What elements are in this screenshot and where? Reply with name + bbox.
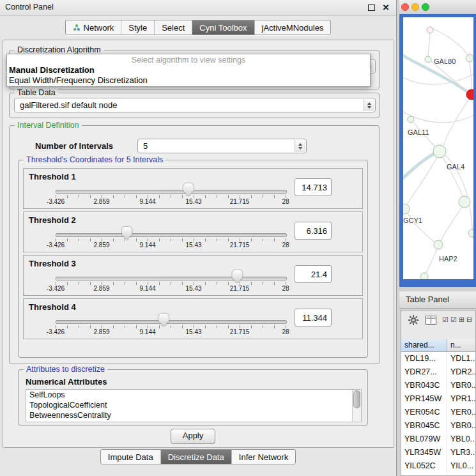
cell[interactable]: YBR0... — [447, 419, 476, 433]
network-edge[interactable] — [403, 154, 434, 181]
threshold-value-field[interactable]: 6.316 — [295, 222, 332, 240]
window-title: Control Panel — [5, 3, 54, 12]
checkbox-checked-icon[interactable]: ☑ — [442, 316, 449, 324]
cell[interactable]: YIL0... — [447, 459, 476, 473]
apply-button[interactable]: Apply — [171, 429, 215, 444]
network-edge[interactable] — [431, 61, 467, 92]
threshold-value-field[interactable]: 14.713 — [295, 178, 332, 196]
cell[interactable]: YER0... — [447, 406, 476, 419]
table-row[interactable]: YIL052CYIL0... — [401, 459, 476, 473]
list-item[interactable]: TopologicalCoefficient — [26, 400, 361, 410]
cell[interactable]: YLR3... — [447, 446, 476, 459]
cell[interactable]: YBR045C — [401, 419, 447, 433]
cell[interactable]: YPR145W — [401, 392, 447, 406]
network-edge[interactable] — [407, 157, 437, 204]
slider-thumb[interactable] — [183, 183, 194, 196]
table-columns-icon[interactable] — [426, 316, 436, 325]
cell[interactable]: YLR345W — [401, 446, 447, 459]
cell[interactable]: YIL052C — [401, 459, 447, 473]
selected-red-node[interactable] — [466, 89, 473, 100]
table-header-row: shared... n... — [401, 339, 476, 352]
network-tab-icon — [73, 24, 81, 31]
table-row[interactable]: YBR045CYBR0... — [401, 419, 476, 433]
algorithm-option-equal-width[interactable]: Equal Width/Frequency Discretization — [7, 75, 370, 86]
list-scrollbar[interactable] — [352, 390, 361, 422]
threshold-label: Threshold 4 — [29, 302, 76, 312]
table-data-group-title: Table Data — [15, 88, 58, 97]
cell[interactable]: YBL079W — [401, 433, 447, 446]
tick-label: 28 — [282, 242, 289, 249]
table-row[interactable]: YPR145WYPR1... — [401, 392, 476, 406]
gene-node[interactable] — [468, 229, 473, 237]
tick-label: 2.859 — [93, 285, 109, 292]
gene-node[interactable] — [408, 116, 414, 123]
network-edge[interactable] — [441, 207, 462, 241]
cell[interactable]: YBR0... — [447, 379, 476, 392]
gene-node[interactable] — [433, 145, 446, 158]
tab-infer-network[interactable]: Infer Network — [231, 450, 295, 464]
list-item[interactable]: BetweennessCentrality — [26, 410, 361, 420]
gene-node[interactable] — [425, 56, 431, 63]
threshold-slider[interactable] — [56, 277, 287, 280]
table-row[interactable]: YBR043CYBR0... — [401, 379, 476, 392]
tab-discretize-data[interactable]: Discretize Data — [160, 450, 231, 464]
tab-select[interactable]: Select — [154, 20, 192, 35]
gene-node[interactable] — [403, 204, 410, 214]
gene-node[interactable] — [459, 196, 470, 208]
slider-thumb[interactable] — [158, 314, 169, 326]
cell[interactable]: YBL0... — [447, 433, 476, 446]
cell[interactable]: YBR043C — [401, 379, 447, 392]
slider-thumb[interactable] — [232, 270, 242, 283]
cell[interactable]: YER054C — [401, 406, 447, 419]
threshold-slider[interactable] — [56, 190, 287, 194]
cell[interactable]: YDR27... — [401, 365, 447, 379]
mac-close-button[interactable] — [401, 3, 409, 11]
algorithm-option-manual[interactable]: Manual Discretization — [7, 65, 370, 75]
gene-node[interactable] — [466, 54, 473, 62]
gear-icon[interactable] — [408, 314, 419, 326]
threshold-slider[interactable] — [56, 233, 287, 237]
threshold-value-field[interactable]: 11.344 — [295, 309, 332, 326]
table-row[interactable]: YLR345WYLR3... — [401, 446, 476, 459]
cell[interactable]: YDL1... — [447, 352, 476, 365]
gene-node[interactable] — [420, 273, 428, 279]
table-data-combo[interactable]: galFiltered.sif default node — [14, 98, 376, 112]
gene-node[interactable] — [427, 27, 433, 33]
network-edge[interactable] — [428, 33, 430, 56]
table-row[interactable]: YER054CYER0... — [401, 406, 476, 419]
table-row[interactable]: YDR27...YDR2... — [401, 365, 476, 379]
column-header-shared-name[interactable]: shared... — [401, 339, 447, 351]
threshold-panel: Threshold 4 -3.426 2.859 9.144 15.43 21.… — [23, 298, 363, 339]
checkbox-checked-icon[interactable]: ☑ — [450, 316, 457, 324]
close-window-icon[interactable]: × — [383, 1, 389, 15]
threshold-value-field[interactable]: 21.4 — [295, 265, 332, 283]
remove-column-icon[interactable]: ⊟ — [466, 316, 472, 324]
tab-jactivemnodules[interactable]: jActiveMNodules — [254, 20, 331, 35]
gene-node[interactable] — [434, 240, 443, 249]
table-rows: YDL19...YDL1... YDR27...YDR2... YBR043CY… — [401, 352, 476, 475]
tab-cyni-toolbox[interactable]: Cyni Toolbox — [192, 20, 254, 35]
mac-minimize-button[interactable] — [411, 3, 419, 11]
network-edge[interactable] — [426, 249, 437, 273]
threshold-slider[interactable] — [56, 320, 287, 324]
cell[interactable]: YDL19... — [401, 352, 447, 365]
column-header-name[interactable]: n... — [447, 339, 476, 351]
table-row[interactable]: YDL19...YDL1... — [401, 352, 476, 365]
tab-impute-data[interactable]: Impute Data — [101, 450, 160, 464]
slider-thumb[interactable] — [122, 227, 132, 240]
add-column-icon[interactable]: ⊞ — [459, 316, 464, 324]
float-window-icon[interactable] — [368, 4, 375, 11]
cell[interactable]: YDR2... — [447, 365, 476, 379]
scrollbar-thumb[interactable] — [353, 390, 360, 408]
table-row[interactable]: YBL079WYBL0... — [401, 433, 476, 446]
tick-label: 15.43 — [185, 242, 201, 249]
tick-label: -3.426 — [47, 328, 65, 335]
number-of-intervals-spinner[interactable]: 5 — [137, 139, 307, 153]
network-canvas[interactable]: GAL80 GAL11 GAL4 GCY1 HAP2 — [403, 17, 473, 279]
list-item[interactable]: SelfLoops — [26, 390, 361, 400]
mac-zoom-button[interactable] — [422, 3, 429, 11]
cell[interactable]: YPR1... — [447, 392, 476, 406]
tab-network[interactable]: Network — [66, 20, 121, 35]
tab-style[interactable]: Style — [121, 20, 154, 35]
network-edge[interactable] — [433, 29, 468, 55]
